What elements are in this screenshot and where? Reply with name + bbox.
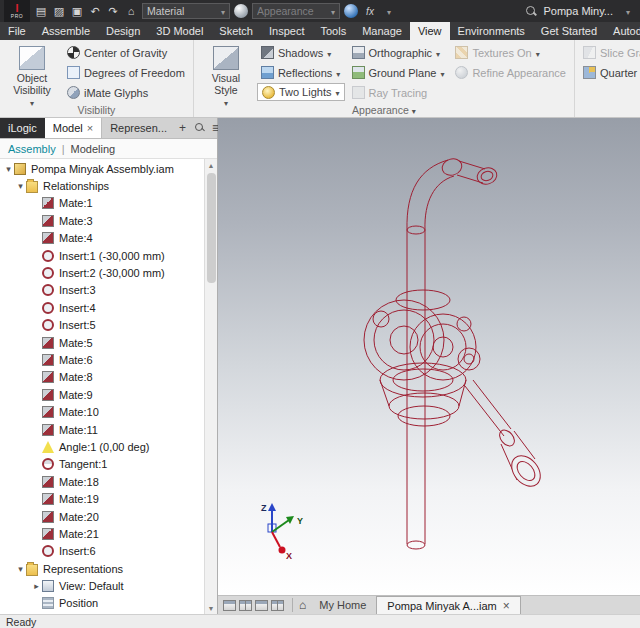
imate-glyphs-button[interactable]: iMate Glyphs [63, 83, 189, 102]
tree-item[interactable]: Insert:5 [0, 317, 204, 334]
tree-item[interactable]: Mate:20 [0, 508, 204, 525]
inventor-logo[interactable]: I PRO [4, 0, 30, 22]
tree-item[interactable]: Insert:3 [0, 282, 204, 299]
tree-item[interactable]: Insert:6 [0, 543, 204, 560]
tree-item[interactable]: Mate:19 [0, 490, 204, 507]
tree-item[interactable]: Insert:1 (-30,000 mm) [0, 247, 204, 264]
visual-style-button[interactable]: Visual Style [198, 42, 254, 102]
qat-customize-chevron-icon[interactable] [381, 3, 397, 19]
textures-on-button[interactable]: Textures On [451, 43, 570, 62]
modeling-link[interactable]: Modeling [71, 143, 116, 155]
close-icon[interactable] [87, 122, 93, 134]
scrollbar-thumb[interactable] [207, 173, 216, 283]
tree-item[interactable]: Angle:1 (0,00 deg) [0, 438, 204, 455]
browser-scrollbar[interactable]: ▲ ▼ [204, 159, 217, 614]
open-file-icon[interactable]: ▨ [51, 3, 67, 19]
tab-manage[interactable]: Manage [354, 22, 410, 40]
tab-model[interactable]: Model [45, 118, 102, 138]
tree-item[interactable]: Pompa Minyak Assembly.iam [0, 160, 204, 177]
undo-icon[interactable]: ↶ [87, 3, 103, 19]
tree-item[interactable]: Relationships [0, 177, 204, 194]
tab-tools[interactable]: Tools [312, 22, 354, 40]
material-combo[interactable]: Material [142, 3, 230, 19]
graphics-window[interactable]: Z Y X [218, 118, 640, 595]
close-document-icon[interactable] [503, 599, 510, 613]
scroll-up-arrow-icon[interactable]: ▲ [208, 159, 215, 171]
redo-icon[interactable]: ↷ [105, 3, 121, 19]
tab-get-started[interactable]: Get Started [533, 22, 605, 40]
home-icon[interactable]: ⌂ [123, 3, 139, 19]
shadows-button[interactable]: Shadows [257, 43, 345, 62]
expand-chevron-icon[interactable] [31, 581, 42, 591]
appearance-combo[interactable]: Appearance [252, 3, 340, 19]
tree-item[interactable]: Insert:2 (-30,000 mm) [0, 264, 204, 281]
expand-chevron-icon[interactable] [3, 164, 14, 174]
tab-view[interactable]: View [410, 22, 450, 40]
parameters-fx-icon[interactable]: fx [362, 3, 378, 19]
reflections-button[interactable]: Reflections [257, 63, 345, 82]
title-chevron-icon[interactable] [620, 3, 636, 19]
tree-item[interactable]: Mate:21 [0, 525, 204, 542]
tree-item[interactable]: Mate:4 [0, 230, 204, 247]
tab-design[interactable]: Design [98, 22, 148, 40]
search-icon[interactable] [525, 5, 537, 17]
tab-autodesk-a360[interactable]: Autodesk A360 [605, 22, 640, 40]
object-visibility-button[interactable]: Object Visibility [4, 42, 60, 102]
tree-item[interactable]: Representations [0, 560, 204, 577]
two-lights-combo[interactable]: Two Lights [257, 83, 345, 101]
assembly-link[interactable]: Assembly [8, 143, 56, 155]
cascade-windows-icon[interactable] [223, 600, 236, 611]
new-file-icon[interactable]: ▤ [33, 3, 49, 19]
tile-vertical-icon[interactable] [239, 600, 252, 611]
appearance-adjust-icon[interactable] [343, 3, 359, 19]
tab-representations[interactable]: Represen... [102, 118, 175, 138]
ray-tracing-button[interactable]: Ray Tracing [348, 83, 449, 102]
tree-item[interactable]: Mate:9 [0, 386, 204, 403]
tree-item[interactable]: Mate:5 [0, 334, 204, 351]
tree-item[interactable]: Mate:8 [0, 369, 204, 386]
tab-3d-model[interactable]: 3D Model [148, 22, 211, 40]
material-combo-value: Material [147, 5, 217, 17]
tree-item[interactable]: Mate:6 [0, 351, 204, 368]
tab-file[interactable]: File [0, 22, 34, 40]
save-icon[interactable]: ▣ [69, 3, 85, 19]
tree-item[interactable]: Tangent:1 [0, 456, 204, 473]
tree-item[interactable]: Mate:18 [0, 473, 204, 490]
expand-chevron-icon[interactable] [15, 564, 26, 574]
tab-my-home[interactable]: My Home [309, 596, 376, 614]
tree-item[interactable]: Mate:1 [0, 195, 204, 212]
tree-item[interactable]: Position [0, 595, 204, 612]
tab-inspect[interactable]: Inspect [261, 22, 312, 40]
pump-assembly-wireframe[interactable] [364, 156, 546, 549]
tree-item[interactable]: Insert:4 [0, 299, 204, 316]
visibility-panel-label[interactable]: Visibility [0, 102, 193, 117]
expand-chevron-icon[interactable] [15, 181, 26, 191]
home-icon[interactable]: ⌂ [296, 598, 309, 612]
tab-environments[interactable]: Environments [450, 22, 533, 40]
tree-item[interactable]: View: Default [0, 577, 204, 594]
tab-sketch[interactable]: Sketch [211, 22, 261, 40]
chevron-down-icon [335, 86, 339, 98]
orthographic-button[interactable]: Orthographic [348, 43, 449, 62]
tree-item[interactable]: Mate:10 [0, 403, 204, 420]
ground-plane-button[interactable]: Ground Plane [348, 63, 449, 82]
tree-item[interactable]: Mate:11 [0, 421, 204, 438]
tile-horizontal-icon[interactable] [255, 600, 268, 611]
center-of-gravity-button[interactable]: Center of Gravity [63, 43, 189, 62]
tab-document[interactable]: Pompa Minyak A...iam [376, 596, 520, 614]
quarter-section-button[interactable]: Quarter Section [579, 63, 640, 82]
tab-assemble[interactable]: Assemble [34, 22, 98, 40]
appearance-panel-label[interactable]: Appearance [194, 102, 574, 117]
refine-appearance-button[interactable]: Refine Appearance [451, 63, 570, 82]
chevron-down-icon [436, 47, 440, 59]
degrees-of-freedom-button[interactable]: Degrees of Freedom [63, 63, 189, 82]
slice-graphics-button[interactable]: Slice Graphics [579, 43, 640, 62]
tree-item[interactable]: Mate:3 [0, 212, 204, 229]
tab-ilogic[interactable]: iLogic [0, 118, 45, 138]
scroll-down-arrow-icon[interactable]: ▼ [208, 602, 215, 614]
adjust-material-icon[interactable] [233, 3, 249, 19]
arrange-windows-icon[interactable] [271, 600, 284, 611]
tree-item-icon [42, 580, 54, 592]
browser-search-icon[interactable] [194, 122, 206, 134]
add-browser-tab-button[interactable]: + [175, 118, 190, 138]
